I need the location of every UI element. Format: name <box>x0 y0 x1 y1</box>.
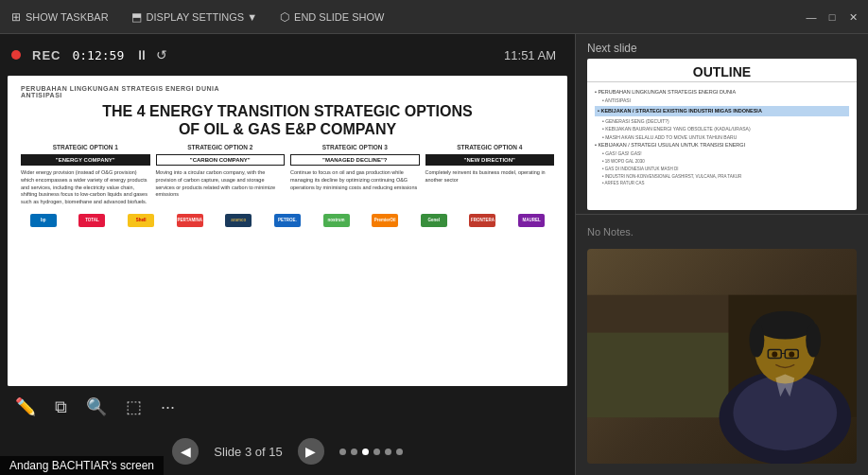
option-4-text: Completely reinvent its business model, … <box>425 169 555 184</box>
more-tools-button[interactable]: ··· <box>161 397 175 417</box>
show-taskbar-button[interactable]: ⊞ SHOW TASKBAR <box>11 10 109 24</box>
window-controls: — □ ✕ <box>802 0 868 34</box>
option-4-badge: "NEW DIRECTION" <box>425 154 555 166</box>
notes-section: No Notes. <box>576 219 868 249</box>
outline-item-3-highlighted: • KEBIJAKAN / STRATEGI EXISTING INDUSTRI… <box>595 106 849 116</box>
petroenergy-logo: PETROE. <box>274 214 301 227</box>
outline-item-11: • INDUSTRI NON-KONVENSIONAL GASHIRST, VU… <box>602 174 849 180</box>
copy-tool-button[interactable]: ⧉ <box>55 397 67 417</box>
slide-title: THE 4 ENERGY TRANSITION STRATEGIC OPTION… <box>21 102 554 138</box>
pertamina-logo: PERTAMINA <box>177 214 203 227</box>
pen-tool-button[interactable]: ✏️ <box>15 396 36 417</box>
option-1-column: STRATEGIC OPTION 1 "ENERGY COMPANY" Wide… <box>21 144 150 205</box>
shell-logo: Shell <box>128 214 154 227</box>
svg-point-13 <box>772 352 777 358</box>
frontera-logo: FRONTERA <box>469 214 495 227</box>
close-button[interactable]: ✕ <box>843 8 862 26</box>
option-3-column: STRATEGIC OPTION 3 "MANAGED DECLINE"? Co… <box>290 144 420 205</box>
prev-slide-button[interactable]: ◀ <box>172 438 199 465</box>
option-2-column: STRATEGIC OPTION 2 "CARBON COMPANY" Movi… <box>156 144 286 205</box>
toolbar: ⊞ SHOW TASKBAR ⬒ DISPLAY SETTINGS ▼ ⬡ EN… <box>0 0 868 34</box>
recording-controls: ⏸ ↺ <box>135 47 167 62</box>
dot-3[interactable] <box>362 449 369 455</box>
outline-item-4: • GENERASI SENG (DECUIT?) <box>602 118 849 125</box>
outline-title: OUTLINE <box>587 59 857 82</box>
option-3-text: Continue to focus on oil and gas product… <box>290 169 420 191</box>
next-slide-preview: OUTLINE • PERUBAHAN LINGKUNGAN STRATEGIS… <box>587 59 857 210</box>
option-1-text: Wider energy provision (instead of O&G p… <box>21 169 150 205</box>
outline-item-1: • PERUBAHAN LINGKUNGAN STRATEGIS ENERGI … <box>595 89 849 96</box>
main-area: REC 0:12:59 ⏸ ↺ 11:51 AM PERUBAHAN LINGK… <box>0 34 868 475</box>
option-4-column: STRATEGIC OPTION 4 "NEW DIRECTION" Compl… <box>425 144 555 205</box>
webcam-feed <box>587 249 857 464</box>
select-tool-button[interactable]: ⬚ <box>126 396 142 417</box>
option-4-label: STRATEGIC OPTION 4 <box>425 144 555 150</box>
genel-logo: Genel <box>421 214 447 227</box>
dot-5[interactable] <box>385 449 391 455</box>
slide-counter: Slide 3 of 15 <box>214 445 282 459</box>
aramco-logo: aramco <box>225 214 252 227</box>
option-1-label: STRATEGIC OPTION 1 <box>21 144 150 150</box>
slide-display: PERUBAHAN LINGKUNGAN STRATEGIS ENERGI DU… <box>8 76 567 386</box>
display-settings-label: DISPLAY SETTINGS ▼ <box>147 11 257 23</box>
outline-item-9: • 18 WOPO GAL 2030 <box>602 159 849 165</box>
maximize-button[interactable]: □ <box>823 8 842 26</box>
strategic-options-grid: STRATEGIC OPTION 1 "ENERGY COMPANY" Wide… <box>21 144 554 205</box>
presenter-video <box>587 249 857 464</box>
recording-label: REC <box>32 48 61 62</box>
end-icon: ⬡ <box>280 10 289 24</box>
recording-bar: REC 0:12:59 ⏸ ↺ 11:51 AM <box>0 34 575 76</box>
recording-dot <box>11 50 21 60</box>
premier-oil-logo: PremierOil <box>372 214 398 227</box>
svg-point-9 <box>806 324 821 358</box>
refresh-button[interactable]: ↺ <box>156 47 167 62</box>
option-3-label: STRATEGIC OPTION 3 <box>290 144 420 150</box>
outline-item-5: • KEBIJAKAN BAURAN ENERGI YANG OBSOLETE … <box>602 126 849 132</box>
slide-tools-bar: ✏️ ⧉ 🔍 ⬚ ··· <box>0 386 575 428</box>
taskbar-icon: ⊞ <box>11 10 21 24</box>
slide-dots <box>339 449 403 455</box>
bp-logo: bp <box>30 214 57 227</box>
notes-text: No Notes. <box>587 226 857 238</box>
option-3-badge: "MANAGED DECLINE"? <box>290 154 420 166</box>
end-slideshow-label: END SLIDE SHOW <box>294 11 384 23</box>
slide-subtitle: PERUBAHAN LINGKUNGAN STRATEGIS ENERGI DU… <box>21 85 554 92</box>
show-taskbar-label: SHOW TASKBAR <box>26 11 109 23</box>
pause-button[interactable]: ⏸ <box>135 47 148 62</box>
slide-area: REC 0:12:59 ⏸ ↺ 11:51 AM PERUBAHAN LINGK… <box>0 34 575 475</box>
dot-1[interactable] <box>339 449 346 455</box>
maurel-logo: MAUREL <box>518 214 545 227</box>
option-1-badge: "ENERGY COMPANY" <box>21 154 150 166</box>
company-logos: bp TOTAL Shell PERTAMINA aramco PETROE. … <box>21 214 554 227</box>
minimize-button[interactable]: — <box>802 8 821 26</box>
slide-content: PERUBAHAN LINGKUNGAN STRATEGIS ENERGI DU… <box>8 76 567 386</box>
zoom-tool-button[interactable]: 🔍 <box>86 396 107 417</box>
outline-item-7: • KEBIJAKAN / STRATEGI USULAN UNTUK TRAN… <box>595 142 849 149</box>
option-2-badge: "CARBON COMPANY" <box>156 154 286 166</box>
total-logo: TOTAL <box>78 214 105 227</box>
outline-item-8: • GAS! GAS! GAS! <box>602 150 849 157</box>
next-slide-button[interactable]: ▶ <box>298 438 324 465</box>
slide-subtitle2: ANTISIPASI <box>21 92 554 98</box>
option-2-text: Moving into a circular carbon company, w… <box>156 169 286 199</box>
dot-2[interactable] <box>351 449 357 455</box>
outline-item-6: • MASIH AKAN SELALU ADD TO MOVE UNTUK TA… <box>602 134 849 141</box>
display-settings-button[interactable]: ⬒ DISPLAY SETTINGS ▼ <box>131 10 257 24</box>
right-panel: Next slide OUTLINE • PERUBAHAN LINGKUNGA… <box>575 34 868 475</box>
svg-point-14 <box>789 352 794 358</box>
option-2-label: STRATEGIC OPTION 2 <box>156 144 286 150</box>
outline-items: • PERUBAHAN LINGKUNGAN STRATEGIS ENERGI … <box>587 85 857 192</box>
outline-item-10: • GAS DI INDONESIA UNTUK MASH DI <box>602 167 849 172</box>
display-icon: ⬒ <box>131 10 142 24</box>
dot-4[interactable] <box>373 449 380 455</box>
clock-display: 11:51 AM <box>504 48 556 62</box>
end-slideshow-button[interactable]: ⬡ END SLIDE SHOW <box>280 10 384 24</box>
webcam-area <box>587 249 857 464</box>
dot-6[interactable] <box>396 449 403 455</box>
next-slide-header: Next slide <box>576 34 868 59</box>
divider <box>576 214 868 215</box>
nostrum-logo: nostrum <box>323 214 350 227</box>
outline-item-2: • ANTISIPASI <box>602 97 849 104</box>
recording-time: 0:12:59 <box>72 48 124 62</box>
svg-point-8 <box>749 324 764 358</box>
